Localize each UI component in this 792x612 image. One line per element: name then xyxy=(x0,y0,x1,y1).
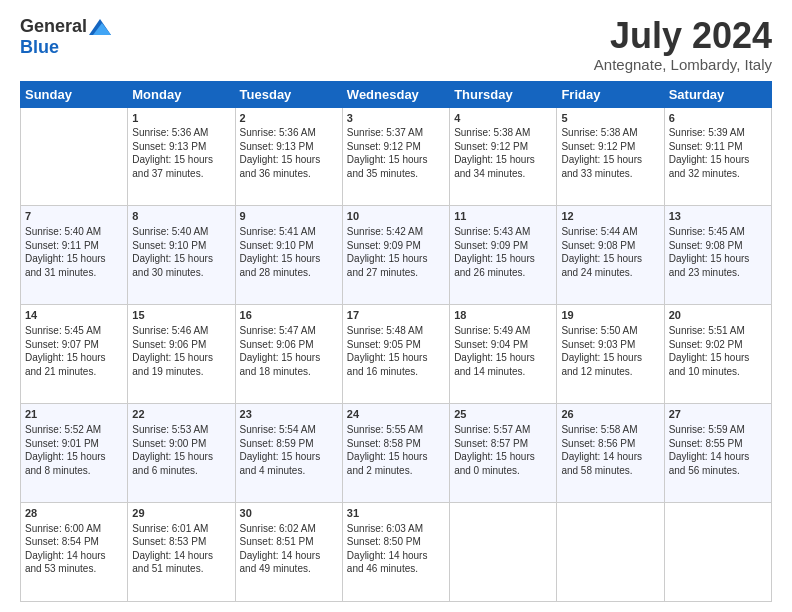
sunrise-text: Sunrise: 5:50 AM xyxy=(561,325,637,336)
calendar-cell xyxy=(21,107,128,206)
daylight-text: Daylight: 15 hours and 16 minutes. xyxy=(347,352,428,377)
daylight-text: Daylight: 14 hours and 49 minutes. xyxy=(240,550,321,575)
calendar-week-row: 28Sunrise: 6:00 AMSunset: 8:54 PMDayligh… xyxy=(21,503,772,602)
sunrise-text: Sunrise: 5:36 AM xyxy=(240,127,316,138)
logo-general: General xyxy=(20,16,87,37)
sunset-text: Sunset: 9:03 PM xyxy=(561,339,635,350)
daylight-text: Daylight: 15 hours and 28 minutes. xyxy=(240,253,321,278)
daylight-text: Daylight: 15 hours and 33 minutes. xyxy=(561,154,642,179)
sunset-text: Sunset: 9:02 PM xyxy=(669,339,743,350)
daylight-text: Daylight: 15 hours and 21 minutes. xyxy=(25,352,106,377)
day-number: 22 xyxy=(132,407,230,422)
calendar-week-row: 14Sunrise: 5:45 AMSunset: 9:07 PMDayligh… xyxy=(21,305,772,404)
day-number: 8 xyxy=(132,209,230,224)
sunset-text: Sunset: 8:53 PM xyxy=(132,536,206,547)
daylight-text: Daylight: 15 hours and 19 minutes. xyxy=(132,352,213,377)
calendar-cell: 24Sunrise: 5:55 AMSunset: 8:58 PMDayligh… xyxy=(342,404,449,503)
sunrise-text: Sunrise: 5:36 AM xyxy=(132,127,208,138)
day-number: 28 xyxy=(25,506,123,521)
day-number: 21 xyxy=(25,407,123,422)
day-number: 5 xyxy=(561,111,659,126)
day-number: 25 xyxy=(454,407,552,422)
header-monday: Monday xyxy=(128,81,235,107)
calendar-cell: 3Sunrise: 5:37 AMSunset: 9:12 PMDaylight… xyxy=(342,107,449,206)
calendar-table: Sunday Monday Tuesday Wednesday Thursday… xyxy=(20,81,772,602)
daylight-text: Daylight: 15 hours and 26 minutes. xyxy=(454,253,535,278)
logo-text: General xyxy=(20,16,111,37)
daylight-text: Daylight: 15 hours and 6 minutes. xyxy=(132,451,213,476)
daylight-text: Daylight: 14 hours and 58 minutes. xyxy=(561,451,642,476)
daylight-text: Daylight: 14 hours and 56 minutes. xyxy=(669,451,750,476)
sunset-text: Sunset: 9:12 PM xyxy=(347,141,421,152)
day-number: 20 xyxy=(669,308,767,323)
sunset-text: Sunset: 9:13 PM xyxy=(132,141,206,152)
calendar-cell: 9Sunrise: 5:41 AMSunset: 9:10 PMDaylight… xyxy=(235,206,342,305)
calendar-cell: 31Sunrise: 6:03 AMSunset: 8:50 PMDayligh… xyxy=(342,503,449,602)
day-number: 4 xyxy=(454,111,552,126)
sunset-text: Sunset: 9:07 PM xyxy=(25,339,99,350)
sunrise-text: Sunrise: 5:51 AM xyxy=(669,325,745,336)
daylight-text: Daylight: 15 hours and 14 minutes. xyxy=(454,352,535,377)
sunrise-text: Sunrise: 5:44 AM xyxy=(561,226,637,237)
logo-icon xyxy=(89,19,111,35)
header-saturday: Saturday xyxy=(664,81,771,107)
calendar-cell: 13Sunrise: 5:45 AMSunset: 9:08 PMDayligh… xyxy=(664,206,771,305)
daylight-text: Daylight: 15 hours and 34 minutes. xyxy=(454,154,535,179)
sunrise-text: Sunrise: 5:37 AM xyxy=(347,127,423,138)
logo: General Blue xyxy=(20,16,111,58)
daylight-text: Daylight: 15 hours and 18 minutes. xyxy=(240,352,321,377)
calendar-cell: 30Sunrise: 6:02 AMSunset: 8:51 PMDayligh… xyxy=(235,503,342,602)
daylight-text: Daylight: 15 hours and 10 minutes. xyxy=(669,352,750,377)
sunset-text: Sunset: 9:06 PM xyxy=(132,339,206,350)
calendar-cell: 8Sunrise: 5:40 AMSunset: 9:10 PMDaylight… xyxy=(128,206,235,305)
sunset-text: Sunset: 9:12 PM xyxy=(454,141,528,152)
calendar-cell: 29Sunrise: 6:01 AMSunset: 8:53 PMDayligh… xyxy=(128,503,235,602)
sunset-text: Sunset: 8:57 PM xyxy=(454,438,528,449)
calendar-cell: 21Sunrise: 5:52 AMSunset: 9:01 PMDayligh… xyxy=(21,404,128,503)
header-wednesday: Wednesday xyxy=(342,81,449,107)
day-number: 14 xyxy=(25,308,123,323)
day-number: 12 xyxy=(561,209,659,224)
day-number: 26 xyxy=(561,407,659,422)
calendar-cell: 5Sunrise: 5:38 AMSunset: 9:12 PMDaylight… xyxy=(557,107,664,206)
calendar-cell: 10Sunrise: 5:42 AMSunset: 9:09 PMDayligh… xyxy=(342,206,449,305)
day-number: 16 xyxy=(240,308,338,323)
sunrise-text: Sunrise: 5:43 AM xyxy=(454,226,530,237)
daylight-text: Daylight: 15 hours and 8 minutes. xyxy=(25,451,106,476)
calendar-cell: 1Sunrise: 5:36 AMSunset: 9:13 PMDaylight… xyxy=(128,107,235,206)
sunset-text: Sunset: 8:56 PM xyxy=(561,438,635,449)
sunrise-text: Sunrise: 6:02 AM xyxy=(240,523,316,534)
sunrise-text: Sunrise: 5:59 AM xyxy=(669,424,745,435)
calendar-cell: 16Sunrise: 5:47 AMSunset: 9:06 PMDayligh… xyxy=(235,305,342,404)
day-number: 17 xyxy=(347,308,445,323)
daylight-text: Daylight: 14 hours and 53 minutes. xyxy=(25,550,106,575)
sunrise-text: Sunrise: 5:55 AM xyxy=(347,424,423,435)
daylight-text: Daylight: 15 hours and 37 minutes. xyxy=(132,154,213,179)
calendar-cell: 27Sunrise: 5:59 AMSunset: 8:55 PMDayligh… xyxy=(664,404,771,503)
calendar-cell: 15Sunrise: 5:46 AMSunset: 9:06 PMDayligh… xyxy=(128,305,235,404)
day-number: 7 xyxy=(25,209,123,224)
sunset-text: Sunset: 9:09 PM xyxy=(454,240,528,251)
sunset-text: Sunset: 9:06 PM xyxy=(240,339,314,350)
day-number: 1 xyxy=(132,111,230,126)
sunrise-text: Sunrise: 6:01 AM xyxy=(132,523,208,534)
month-title: July 2024 xyxy=(594,16,772,56)
calendar-cell: 18Sunrise: 5:49 AMSunset: 9:04 PMDayligh… xyxy=(450,305,557,404)
day-number: 23 xyxy=(240,407,338,422)
day-number: 10 xyxy=(347,209,445,224)
sunset-text: Sunset: 9:04 PM xyxy=(454,339,528,350)
sunset-text: Sunset: 8:54 PM xyxy=(25,536,99,547)
calendar-cell xyxy=(450,503,557,602)
daylight-text: Daylight: 15 hours and 2 minutes. xyxy=(347,451,428,476)
daylight-text: Daylight: 15 hours and 31 minutes. xyxy=(25,253,106,278)
calendar-week-row: 7Sunrise: 5:40 AMSunset: 9:11 PMDaylight… xyxy=(21,206,772,305)
sunrise-text: Sunrise: 5:52 AM xyxy=(25,424,101,435)
calendar-cell: 7Sunrise: 5:40 AMSunset: 9:11 PMDaylight… xyxy=(21,206,128,305)
calendar-cell: 2Sunrise: 5:36 AMSunset: 9:13 PMDaylight… xyxy=(235,107,342,206)
daylight-text: Daylight: 15 hours and 35 minutes. xyxy=(347,154,428,179)
header: General Blue July 2024 Antegnate, Lombar… xyxy=(20,16,772,73)
calendar-cell: 25Sunrise: 5:57 AMSunset: 8:57 PMDayligh… xyxy=(450,404,557,503)
header-sunday: Sunday xyxy=(21,81,128,107)
daylight-text: Daylight: 15 hours and 0 minutes. xyxy=(454,451,535,476)
header-friday: Friday xyxy=(557,81,664,107)
